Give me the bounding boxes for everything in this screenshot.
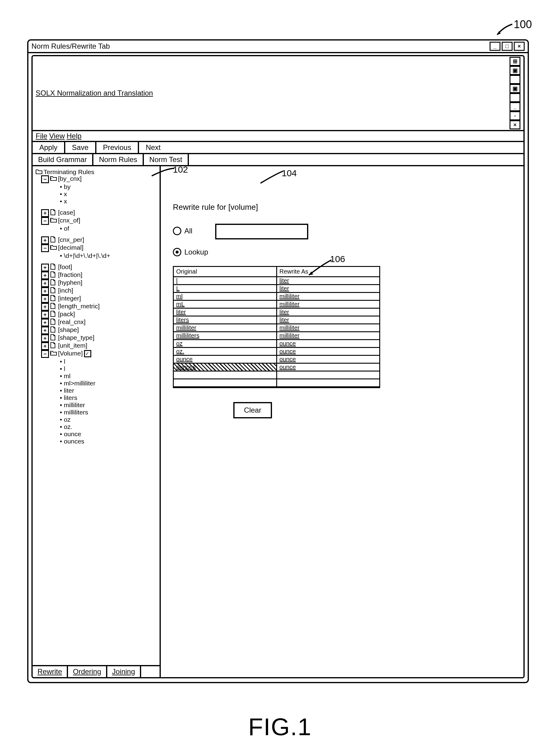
tree-leaf[interactable]: •x — [36, 198, 160, 205]
apply-button[interactable]: Apply — [33, 142, 65, 153]
tree-leaf[interactable]: •\d+|\d+\.\d+|\.\d+ — [36, 252, 160, 259]
tree-panel: Terminating Rules − [by_cnx] •by •x •x — [33, 166, 161, 677]
tree-leaf[interactable]: •by — [36, 183, 160, 191]
minimize-icon[interactable]: _ — [489, 42, 500, 51]
inner-blank-icon[interactable] — [509, 75, 520, 84]
tab-ordering[interactable]: Ordering — [68, 666, 107, 677]
tree-item-decimal[interactable]: − [decimal] — [36, 244, 160, 252]
all-textbox[interactable] — [215, 224, 308, 239]
plus-icon[interactable]: + — [41, 279, 49, 287]
inner-restore1-icon[interactable]: ▣ — [509, 66, 520, 75]
table-row — [174, 379, 379, 387]
plus-icon[interactable]: + — [41, 319, 49, 326]
menu-view[interactable]: View — [49, 132, 65, 140]
tab-build-grammar[interactable]: Build Grammar — [33, 154, 93, 165]
plus-icon[interactable]: + — [41, 272, 49, 279]
table-row: Lliter — [174, 285, 379, 293]
radio-lookup-row[interactable]: Lookup — [173, 248, 208, 256]
tree-item-shape[interactable]: +[shape] — [36, 326, 160, 334]
tree-leaf[interactable]: •milliliter — [36, 401, 160, 409]
tree-root[interactable]: Terminating Rules — [36, 169, 160, 175]
tree-item-cnx-per[interactable]: + [cnx_per] — [36, 236, 160, 244]
tab-rewrite[interactable]: Rewrite — [33, 666, 68, 677]
inner-blank2-icon[interactable] — [509, 93, 520, 102]
maximize-icon[interactable]: □ — [502, 42, 513, 51]
plus-icon[interactable]: + — [41, 311, 49, 319]
plus-icon[interactable]: + — [41, 303, 49, 311]
radio-lookup-label: Lookup — [184, 248, 208, 256]
tree-leaf[interactable]: •liter — [36, 387, 160, 394]
col-rewrite: Rewrite As — [277, 267, 380, 277]
minus-icon[interactable]: − — [41, 244, 49, 252]
plus-icon[interactable]: + — [41, 209, 49, 217]
rules-tree[interactable]: Terminating Rules − [by_cnx] •by •x •x — [33, 169, 160, 665]
tab-norm-rules[interactable]: Norm Rules — [93, 154, 144, 165]
previous-button[interactable]: Previous — [96, 142, 139, 153]
plus-icon[interactable]: + — [41, 236, 49, 244]
page-icon — [50, 236, 57, 242]
minus-icon[interactable]: − — [41, 350, 49, 358]
tree-leaf[interactable]: •liters — [36, 394, 160, 401]
inner-grid-icon[interactable]: ⊞ — [509, 57, 520, 66]
tree-leaf[interactable]: •ml>milliliter — [36, 380, 160, 387]
page-icon — [50, 311, 57, 316]
col-original: Original — [174, 267, 277, 277]
page-icon — [50, 342, 57, 348]
tree-leaf[interactable]: •oz. — [36, 423, 160, 431]
plus-icon[interactable]: + — [41, 295, 49, 303]
menu-help[interactable]: Help — [66, 132, 81, 140]
volume-checkbox[interactable] — [84, 350, 91, 357]
radio-all[interactable] — [173, 227, 181, 235]
tree-leaf[interactable]: •milliliters — [36, 409, 160, 416]
plus-icon[interactable]: + — [41, 334, 49, 342]
lookup-table[interactable]: Original Rewrite As lliter Lliter mlmill… — [173, 266, 380, 388]
inner-close-icon[interactable]: × — [509, 120, 520, 130]
tree-leaf[interactable]: •of — [36, 225, 160, 232]
radio-lookup[interactable] — [173, 248, 181, 256]
tab-norm-test[interactable]: Norm Test — [144, 154, 189, 165]
table-row: ounceounce — [174, 356, 379, 364]
tree-item-foot[interactable]: +[foot] — [36, 263, 160, 272]
radio-all-row[interactable]: All — [173, 227, 193, 235]
tree-item-inch[interactable]: +[inch] — [36, 287, 160, 295]
tree-leaf[interactable]: •l — [36, 365, 160, 372]
menu-file[interactable]: File — [36, 132, 47, 140]
plus-icon[interactable]: + — [41, 342, 49, 350]
tree-leaf[interactable]: •ounce — [36, 431, 160, 438]
tab-joining[interactable]: Joining — [107, 666, 141, 677]
inner-minimize-icon[interactable]: _ — [509, 102, 520, 111]
minus-icon[interactable]: − — [41, 175, 49, 183]
inner-maximize-icon[interactable]: ▫ — [509, 111, 520, 120]
tree-item-fraction[interactable]: +[fraction] — [36, 272, 160, 279]
table-row — [174, 372, 379, 379]
save-button[interactable]: Save — [65, 142, 96, 153]
tree-item-shape-type[interactable]: +[shape_type] — [36, 334, 160, 342]
plus-icon[interactable]: + — [41, 326, 49, 334]
tree-item-hyphen[interactable]: +[hyphen] — [36, 279, 160, 287]
tree-item-by-cnx[interactable]: − [by_cnx] — [36, 175, 160, 183]
tree-item-integer[interactable]: +[integer] — [36, 295, 160, 303]
tree-item-cnx-of[interactable]: − [cnx_of] — [36, 217, 160, 225]
inner-controls: ⊞ ▣ ▣ _ ▫ × — [509, 57, 520, 130]
toolbar: Apply Save Previous Next — [33, 142, 523, 154]
plus-icon[interactable]: + — [41, 263, 49, 272]
tree-leaf[interactable]: •ml — [36, 372, 160, 380]
close-icon[interactable]: × — [514, 42, 525, 51]
tree-leaf[interactable]: •ounces — [36, 438, 160, 445]
tree-item-volume[interactable]: − [Volume] — [36, 350, 160, 358]
tree-item-case[interactable]: + [case] — [36, 209, 160, 217]
plus-icon[interactable]: + — [41, 287, 49, 295]
minus-icon[interactable]: − — [41, 217, 49, 225]
tree-item-length-metric[interactable]: +[length_metric] — [36, 303, 160, 311]
inner-restore2-icon[interactable]: ▣ — [509, 84, 520, 93]
tree-leaf[interactable]: •oz — [36, 416, 160, 423]
page-icon — [50, 279, 57, 285]
next-button[interactable]: Next — [139, 142, 167, 153]
tree-item-real-cnx[interactable]: +[real_cnx] — [36, 319, 160, 326]
tree-item-unit-item[interactable]: +[unit_item] — [36, 342, 160, 350]
table-row: millilitermilliliter — [174, 324, 379, 332]
tree-leaf[interactable]: •x — [36, 191, 160, 198]
tree-leaf[interactable]: •l — [36, 358, 160, 365]
tree-item-pack[interactable]: +[pack] — [36, 311, 160, 319]
clear-button[interactable]: Clear — [233, 402, 272, 418]
